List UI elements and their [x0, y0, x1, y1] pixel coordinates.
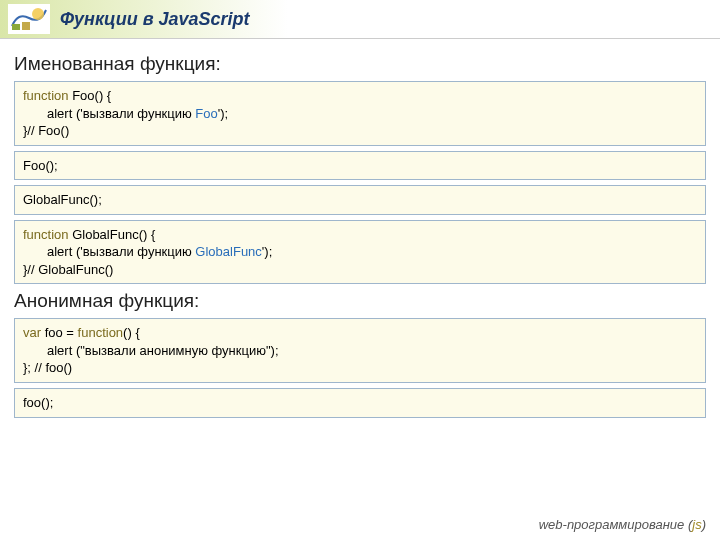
section-heading-named: Именованная функция: [14, 53, 706, 75]
code-text: alert ('вызвали функцию [47, 244, 195, 259]
content: Именованная функция: function Foo() { al… [0, 39, 720, 418]
code-line: function GlobalFunc() { [23, 226, 697, 244]
code-text: '); [218, 106, 228, 121]
code-line: alert ("вызвали анонимную функцию"); [23, 342, 697, 360]
code-line: }; // foo() [23, 359, 697, 377]
code-text: GlobalFunc() { [69, 227, 156, 242]
code-line: }// GlobalFunc() [23, 261, 697, 279]
highlight: Foo [195, 106, 217, 121]
code-box-anon-call: foo(); [14, 388, 706, 418]
code-line: alert ('вызвали функцию Foo'); [23, 105, 697, 123]
code-box-global-def: function GlobalFunc() { alert ('вызвали … [14, 220, 706, 285]
code-text: () { [123, 325, 140, 340]
code-text: '); [262, 244, 272, 259]
keyword: function [78, 325, 124, 340]
code-text: alert ("вызвали анонимную функцию"); [47, 343, 279, 358]
highlight: GlobalFunc [195, 244, 261, 259]
footer-js: js [692, 517, 701, 532]
code-line: alert ('вызвали функцию GlobalFunc'); [23, 243, 697, 261]
svg-point-1 [32, 8, 44, 20]
code-line: Foo(); [23, 157, 697, 175]
code-box-named-def: function Foo() { alert ('вызвали функцию… [14, 81, 706, 146]
logo-icon [8, 4, 50, 34]
code-line: foo(); [23, 394, 697, 412]
code-box-named-call: Foo(); [14, 151, 706, 181]
paren: ) [702, 517, 706, 532]
keyword: function [23, 227, 69, 242]
code-line: var foo = function() { [23, 324, 697, 342]
keyword: function [23, 88, 69, 103]
code-line: }// Foo() [23, 122, 697, 140]
footer-text: web-программирование [539, 517, 688, 532]
code-text: Foo() { [69, 88, 112, 103]
keyword: var [23, 325, 45, 340]
code-line: GlobalFunc(); [23, 191, 697, 209]
section-heading-anon: Анонимная функция: [14, 290, 706, 312]
code-text: alert ('вызвали функцию [47, 106, 195, 121]
code-box-anon-def: var foo = function() { alert ("вызвали а… [14, 318, 706, 383]
code-box-global-call: GlobalFunc(); [14, 185, 706, 215]
code-text: foo = [45, 325, 78, 340]
header-bar: Функции в JavaScript [0, 0, 720, 39]
slide-title: Функции в JavaScript [60, 9, 250, 30]
footer: web-программирование (js) [539, 517, 706, 532]
svg-rect-3 [22, 22, 30, 30]
svg-rect-2 [12, 24, 20, 30]
code-line: function Foo() { [23, 87, 697, 105]
